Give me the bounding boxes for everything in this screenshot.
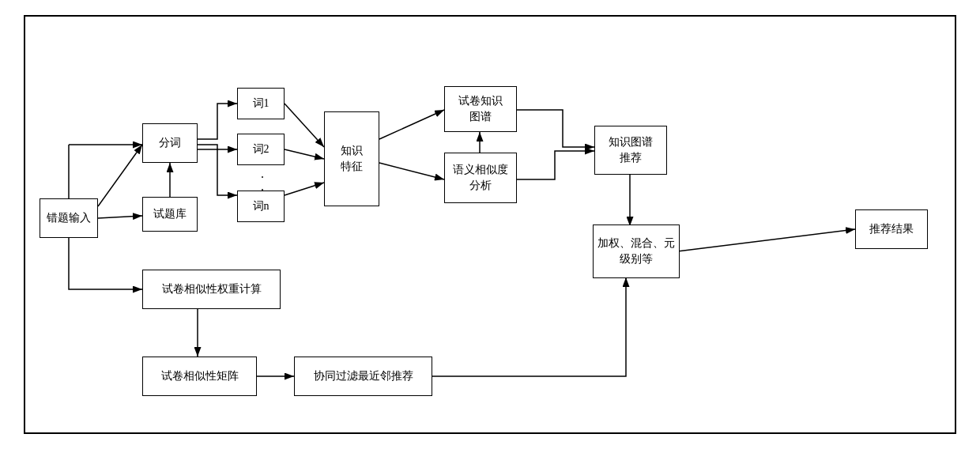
word-seg-box: 分词 bbox=[142, 123, 198, 163]
question-bank-box: 试题库 bbox=[142, 197, 198, 232]
diagram-container: 错题输入 分词 试题库 词1 词2 ··· 词n 知识 特征 试卷知识 图谱 语… bbox=[24, 15, 956, 434]
semantic-analysis-box: 语义相似度 分析 bbox=[444, 153, 517, 203]
svg-line-5 bbox=[285, 149, 324, 159]
wordn-box: 词n bbox=[237, 191, 285, 222]
svg-line-4 bbox=[285, 104, 324, 147]
similarity-matrix-box: 试卷相似性矩阵 bbox=[142, 357, 257, 396]
svg-line-6 bbox=[285, 183, 324, 195]
word2-box: 词2 bbox=[237, 134, 285, 165]
svg-line-2 bbox=[98, 216, 142, 218]
result-box: 推荐结果 bbox=[855, 209, 928, 249]
svg-line-8 bbox=[379, 163, 444, 179]
error-input-box: 错题输入 bbox=[40, 198, 98, 238]
svg-line-13 bbox=[677, 229, 855, 251]
knowledge-graph-rec-box: 知识图谱 推荐 bbox=[594, 126, 667, 175]
knowledge-feat-box: 知识 特征 bbox=[324, 111, 379, 206]
weighted-combine-box: 加权、混合、元 级别等 bbox=[593, 224, 680, 278]
word1-box: 词1 bbox=[237, 88, 285, 119]
collab-filter-box: 协同过滤最近邻推荐 bbox=[294, 357, 432, 396]
svg-line-1 bbox=[98, 145, 142, 206]
similarity-calc-box: 试卷相似性权重计算 bbox=[142, 270, 281, 309]
svg-line-7 bbox=[379, 110, 444, 139]
exam-knowledge-box: 试卷知识 图谱 bbox=[444, 86, 517, 132]
